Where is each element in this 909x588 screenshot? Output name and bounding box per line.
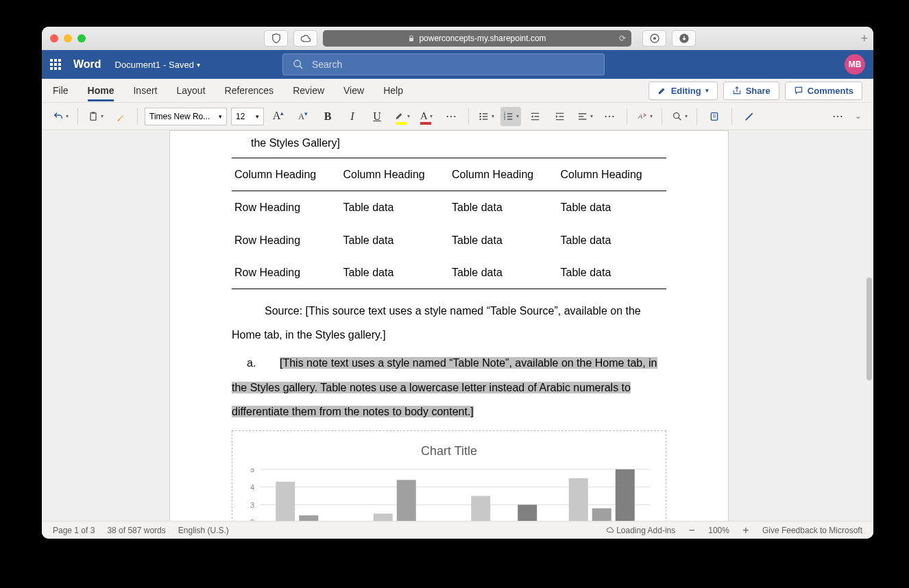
minimize-window[interactable] <box>64 34 72 42</box>
tab-layout[interactable]: Layout <box>176 79 205 101</box>
document-name[interactable]: Document1 <box>115 60 160 70</box>
font-size-select[interactable]: 12▾ <box>231 108 264 125</box>
more-para-button[interactable]: ⋯ <box>599 107 620 126</box>
pencil-icon <box>657 86 667 95</box>
chart-title: Chart Title <box>239 438 659 465</box>
svg-text:3: 3 <box>503 117 505 121</box>
chart-container[interactable]: Chart Title 23456 <box>232 430 666 521</box>
undo-icon <box>53 111 64 122</box>
feedback-link[interactable]: Give Feedback to Microsoft <box>762 526 862 535</box>
app-window: powerconcepts-my.sharepoint.com ⟳ + Word… <box>42 27 873 539</box>
svg-rect-31 <box>711 112 717 120</box>
svg-rect-55 <box>616 469 635 521</box>
svg-text:2: 2 <box>250 519 254 521</box>
editing-mode-button[interactable]: Editing ▾ <box>649 82 718 100</box>
align-button[interactable]: ▾ <box>574 107 595 126</box>
document-canvas[interactable]: the Styles Gallery] Column HeadingColumn… <box>42 130 873 521</box>
comment-icon <box>794 86 803 95</box>
tab-help[interactable]: Help <box>383 79 403 101</box>
font-family-select[interactable]: Times New Ro...▾ <box>145 108 227 125</box>
refresh-icon[interactable]: ⟳ <box>619 34 626 43</box>
share-button[interactable]: Share <box>723 82 779 100</box>
styles-button[interactable]: A▾ <box>634 107 655 126</box>
tab-home[interactable]: Home <box>88 79 114 101</box>
search-icon <box>293 59 304 70</box>
designer-button[interactable] <box>739 107 760 126</box>
new-tab-button[interactable]: + <box>860 32 868 46</box>
comments-button[interactable]: Comments <box>785 82 862 100</box>
table-row: Row HeadingTable dataTable dataTable dat… <box>232 191 666 224</box>
dictate-icon <box>709 111 720 122</box>
tab-insert[interactable]: Insert <box>133 79 157 101</box>
search-icon <box>672 111 683 122</box>
cloud-tabs-button[interactable] <box>293 30 317 47</box>
numbering-button[interactable]: 123▾ <box>500 107 521 126</box>
format-painter-button[interactable] <box>110 107 130 126</box>
zoom-out-button[interactable]: − <box>686 524 697 537</box>
highlighter-icon <box>394 111 405 122</box>
avatar[interactable]: MB <box>845 54 865 75</box>
svg-rect-45 <box>299 515 318 521</box>
word-header: Word Document1 - Saved ▾ Search MB <box>42 50 873 79</box>
svg-rect-44 <box>276 482 295 521</box>
window-controls <box>50 34 86 42</box>
font-color-button[interactable]: A▾ <box>416 107 437 126</box>
paintbrush-icon <box>114 111 125 122</box>
close-window[interactable] <box>50 34 58 42</box>
app-launcher[interactable] <box>50 59 61 70</box>
zoom-level[interactable]: 100% <box>708 526 729 535</box>
word-count[interactable]: 38 of 587 words <box>107 526 165 535</box>
tab-review[interactable]: Review <box>293 79 324 101</box>
clipboard-icon <box>88 111 99 122</box>
increase-indent-button[interactable] <box>550 107 570 126</box>
privacy-report-button[interactable] <box>264 30 288 47</box>
underline-button[interactable]: U <box>367 107 387 126</box>
document-save-state[interactable]: - Saved <box>163 60 194 70</box>
undo-button[interactable]: ▾ <box>50 107 71 126</box>
language-indicator[interactable]: English (U.S.) <box>178 526 229 535</box>
decrease-indent-button[interactable] <box>525 107 546 126</box>
grow-font-button[interactable]: A▴ <box>268 107 289 126</box>
tab-view[interactable]: View <box>343 79 364 101</box>
svg-text:5: 5 <box>250 469 254 474</box>
ribbon-tabs: File Home Insert Layout References Revie… <box>42 79 873 103</box>
url-bar[interactable]: powerconcepts-my.sharepoint.com ⟳ <box>323 30 631 47</box>
collapse-ribbon-button[interactable]: ⌄ <box>851 112 865 121</box>
svg-rect-6 <box>92 112 95 114</box>
tab-file[interactable]: File <box>53 79 69 101</box>
download-icon <box>679 33 690 44</box>
shrink-font-button[interactable]: A▾ <box>293 107 313 126</box>
bullets-button[interactable]: ▾ <box>476 107 496 126</box>
align-left-icon <box>577 111 588 122</box>
maximize-window[interactable] <box>77 34 86 42</box>
chevron-down-icon[interactable]: ▾ <box>197 61 200 69</box>
search-input[interactable]: Search <box>282 53 605 75</box>
svg-rect-52 <box>518 505 537 521</box>
addins-status[interactable]: Loading Add-ins <box>606 526 675 535</box>
url-text: powerconcepts-my.sharepoint.com <box>419 34 546 43</box>
table-header: Column Heading <box>341 158 450 191</box>
dictate-button[interactable] <box>704 107 725 126</box>
downloads-button[interactable] <box>672 30 696 47</box>
more-commands-button[interactable]: ⋯ <box>827 107 848 126</box>
search-placeholder: Search <box>312 59 342 70</box>
italic-button[interactable]: I <box>342 107 363 126</box>
paste-button[interactable]: ▾ <box>85 107 106 126</box>
tab-references[interactable]: References <box>225 79 274 101</box>
table-header: Column Heading <box>449 158 558 191</box>
svg-rect-47 <box>374 514 393 521</box>
find-button[interactable]: ▾ <box>669 107 690 126</box>
zoom-in-button[interactable]: + <box>740 524 751 537</box>
svg-rect-53 <box>569 478 588 521</box>
svg-rect-48 <box>397 480 416 521</box>
svg-rect-54 <box>592 509 611 521</box>
app-name[interactable]: Word <box>73 58 101 71</box>
svg-point-7 <box>479 112 481 114</box>
vertical-scrollbar[interactable] <box>866 278 872 380</box>
highlight-button[interactable]: ▾ <box>391 107 412 126</box>
reader-button[interactable] <box>642 30 666 47</box>
table-source: Source: [This source text uses a style n… <box>232 299 666 347</box>
page-indicator[interactable]: Page 1 of 3 <box>53 526 95 535</box>
more-font-button[interactable]: ⋯ <box>441 107 461 126</box>
bold-button[interactable]: B <box>317 107 338 126</box>
